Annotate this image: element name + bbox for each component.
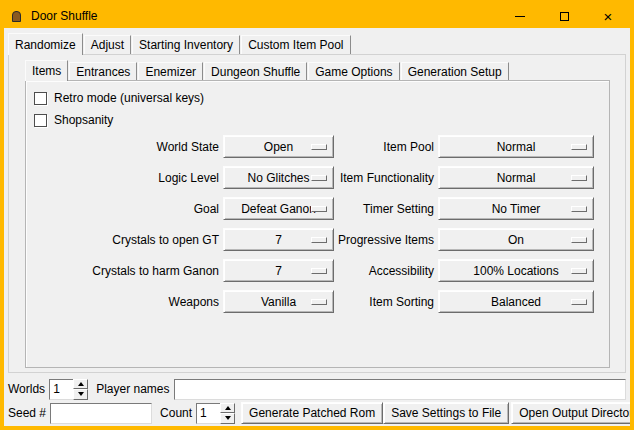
worlds-row: Worlds Player names	[8, 378, 626, 400]
item-pool-label: Item Pool	[334, 140, 434, 154]
weapons-dropdown[interactable]: Vanilla	[223, 290, 334, 313]
tab-starting-inventory[interactable]: Starting Inventory	[132, 35, 240, 54]
progressive-items-value: On	[508, 233, 524, 247]
count-spinner	[196, 403, 235, 424]
tab-randomize[interactable]: Randomize	[8, 33, 83, 55]
crystals-harm-ganon-label: Crystals to harm Ganon	[26, 264, 219, 278]
item-functionality-label: Item Functionality	[334, 171, 434, 185]
maximize-button[interactable]	[542, 4, 586, 28]
timer-setting-dropdown[interactable]: No Timer	[438, 197, 594, 220]
accessibility-dropdown[interactable]: 100% Locations	[438, 259, 594, 282]
field-row: Goal Defeat Ganon Timer Setting No Timer	[26, 193, 609, 224]
save-settings-button[interactable]: Save Settings to File	[383, 402, 509, 424]
item-functionality-value: Normal	[497, 171, 536, 185]
checkbox-area: Retro mode (universal keys) Shopsanity	[26, 81, 609, 131]
dropdown-indicator-icon	[571, 299, 587, 305]
close-icon: ×	[604, 9, 613, 24]
tab-items[interactable]: Items	[25, 60, 68, 81]
item-pool-value: Normal	[497, 140, 536, 154]
logic-level-label: Logic Level	[26, 171, 219, 185]
count-spin-up-button[interactable]	[220, 403, 235, 414]
retro-mode-label: Retro mode (universal keys)	[54, 91, 204, 105]
item-sorting-label: Item Sorting	[334, 295, 434, 309]
crystals-harm-ganon-dropdown[interactable]: 7	[223, 259, 334, 282]
tab-game-options[interactable]: Game Options	[308, 62, 399, 80]
shopsanity-label: Shopsanity	[54, 113, 113, 127]
worlds-spin-down-button[interactable]	[73, 389, 88, 400]
tab-enemizer[interactable]: Enemizer	[138, 62, 203, 80]
worlds-spin-up-button[interactable]	[73, 379, 88, 390]
seed-label: Seed #	[8, 406, 46, 420]
up-arrow-icon	[225, 406, 231, 410]
player-names-input[interactable]	[174, 379, 627, 400]
item-sorting-dropdown[interactable]: Balanced	[438, 290, 594, 313]
timer-setting-value: No Timer	[492, 202, 541, 216]
generate-patched-rom-button[interactable]: Generate Patched Rom	[241, 402, 383, 424]
shopsanity-row: Shopsanity	[34, 109, 609, 131]
window-title: Door Shuffle	[31, 9, 98, 23]
worlds-label: Worlds	[8, 382, 45, 396]
field-row: Weapons Vanilla Item Sorting Balanced	[26, 286, 609, 317]
client-area: Randomize Adjust Starting Inventory Cust…	[4, 28, 630, 426]
dropdown-indicator-icon	[571, 144, 587, 150]
shopsanity-checkbox[interactable]	[34, 114, 47, 127]
crystals-open-gt-dropdown[interactable]: 7	[223, 228, 334, 251]
tab-generation-setup[interactable]: Generation Setup	[401, 62, 509, 80]
door-icon	[12, 11, 21, 22]
up-arrow-icon	[78, 382, 84, 386]
outer-tab-bar: Randomize Adjust Starting Inventory Cust…	[8, 32, 352, 54]
world-state-dropdown[interactable]: Open	[223, 135, 334, 158]
close-button[interactable]: ×	[586, 4, 630, 28]
field-row: World State Open Item Pool Normal	[26, 131, 609, 162]
dropdown-indicator-icon	[311, 299, 327, 305]
timer-setting-label: Timer Setting	[334, 202, 434, 216]
tab-entrances[interactable]: Entrances	[69, 62, 137, 80]
world-state-label: World State	[26, 140, 219, 154]
maximize-icon	[560, 12, 569, 21]
count-input[interactable]	[196, 403, 220, 424]
option-fields: World State Open Item Pool Normal Logic …	[26, 131, 609, 317]
app-window: Door Shuffle × Randomize Adjust Starting…	[0, 0, 634, 430]
crystals-open-gt-label: Crystals to open GT	[26, 233, 219, 247]
minimize-button[interactable]	[498, 4, 542, 28]
count-spin-buttons	[220, 403, 235, 424]
accessibility-value: 100% Locations	[473, 264, 558, 278]
weapons-value: Vanilla	[261, 295, 296, 309]
dropdown-indicator-icon	[311, 175, 327, 181]
retro-mode-row: Retro mode (universal keys)	[34, 87, 609, 109]
app-icon	[10, 10, 23, 23]
item-functionality-dropdown[interactable]: Normal	[438, 166, 594, 189]
player-names-label: Player names	[96, 382, 169, 396]
logic-level-value: No Glitches	[247, 171, 309, 185]
world-state-value: Open	[264, 140, 293, 154]
crystals-harm-ganon-value: 7	[275, 264, 282, 278]
worlds-spinner	[49, 379, 88, 400]
count-label: Count	[160, 406, 192, 420]
window-controls: ×	[498, 4, 630, 28]
retro-mode-checkbox[interactable]	[34, 92, 47, 105]
dropdown-indicator-icon	[571, 206, 587, 212]
tab-adjust[interactable]: Adjust	[84, 35, 131, 54]
randomize-panel: Items Entrances Enemizer Dungeon Shuffle…	[8, 54, 626, 373]
open-output-directory-button[interactable]: Open Output Directory	[511, 402, 634, 424]
field-row: Crystals to harm Ganon 7 Accessibility 1…	[26, 255, 609, 286]
count-spin-down-button[interactable]	[220, 413, 235, 424]
down-arrow-icon	[225, 416, 231, 420]
items-panel: Retro mode (universal keys) Shopsanity W…	[25, 80, 610, 368]
field-row: Crystals to open GT 7 Progressive Items …	[26, 224, 609, 255]
goal-dropdown[interactable]: Defeat Ganon	[223, 197, 334, 220]
item-pool-dropdown[interactable]: Normal	[438, 135, 594, 158]
generate-row: Seed # Count Generate Patched Rom Save S…	[8, 402, 626, 424]
worlds-input[interactable]	[49, 379, 73, 400]
crystals-open-gt-value: 7	[275, 233, 282, 247]
tab-dungeon-shuffle[interactable]: Dungeon Shuffle	[204, 62, 307, 80]
goal-label: Goal	[26, 202, 219, 216]
dropdown-indicator-icon	[311, 237, 327, 243]
logic-level-dropdown[interactable]: No Glitches	[223, 166, 334, 189]
down-arrow-icon	[78, 392, 84, 396]
seed-input[interactable]	[50, 403, 152, 424]
progressive-items-dropdown[interactable]: On	[438, 228, 594, 251]
titlebar[interactable]: Door Shuffle ×	[4, 4, 630, 28]
field-row: Logic Level No Glitches Item Functionali…	[26, 162, 609, 193]
tab-custom-item-pool[interactable]: Custom Item Pool	[241, 35, 350, 54]
